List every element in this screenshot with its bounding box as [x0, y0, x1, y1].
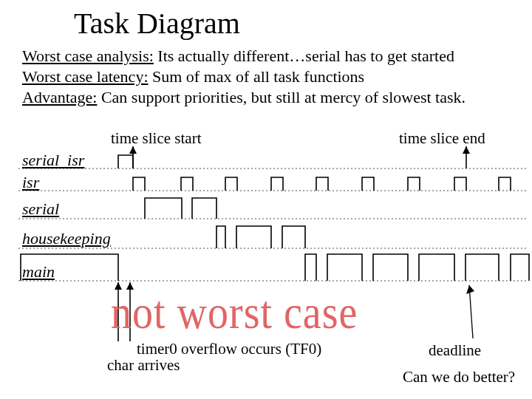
- stamp-not-worst-case: not worst case: [111, 284, 358, 339]
- svg-line-9: [469, 285, 473, 338]
- label-better: Can we do better?: [403, 368, 515, 386]
- timing-chart: [0, 0, 532, 399]
- label-char-arrives: char arrives: [107, 356, 180, 375]
- label-deadline: deadline: [429, 341, 481, 360]
